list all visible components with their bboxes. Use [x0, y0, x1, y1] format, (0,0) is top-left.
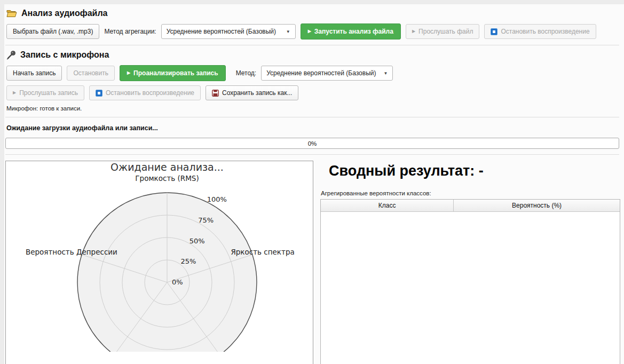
mic-method-value: Усреднение вероятностей (Базовый): [266, 69, 376, 77]
stop-recording-playback-button[interactable]: Остановить воспроизведение: [89, 85, 201, 100]
svg-text:25%: 25%: [180, 257, 196, 265]
table-header: Класс Вероятность (%): [321, 200, 620, 212]
result-panel: Сводный результат: - Агрегированные веро…: [320, 161, 620, 364]
chevron-down-icon: ▼: [286, 29, 290, 34]
play-file-label: Прослушать файл: [418, 28, 473, 35]
start-recording-label: Начать запись: [13, 69, 56, 77]
svg-text:Яркость спектра: Яркость спектра: [231, 248, 294, 256]
start-recording-button[interactable]: Начать запись: [6, 66, 62, 81]
section-title-file-analysis: Анализ аудиофайла: [21, 9, 107, 18]
progress-bar: 0%: [5, 138, 619, 149]
choose-file-button[interactable]: Выбрать файл (.wav, .mp3): [6, 24, 99, 39]
play-recording-button[interactable]: ▶ Прослушать запись: [6, 85, 84, 100]
section-title-mic-recording: Запись с микрофона: [20, 50, 109, 60]
run-file-analysis-button[interactable]: ▶ Запустить анализ файла: [301, 23, 401, 39]
svg-text:50%: 50%: [189, 237, 205, 245]
table-header-probability[interactable]: Вероятность (%): [454, 200, 620, 211]
stop-recording-label: Остановить: [73, 69, 108, 77]
progress-value: 0%: [308, 140, 317, 147]
microphone-icon: [6, 50, 16, 60]
svg-text:0%: 0%: [172, 278, 183, 286]
play-icon: ▶: [127, 71, 130, 75]
svg-text:100%: 100%: [207, 195, 227, 203]
analyze-recording-label: Проанализировать запись: [133, 69, 218, 77]
radar-chart-panel: Ожидание анализа...0%25%50%75%100%Громко…: [5, 161, 313, 364]
svg-text:Громкость (RMS): Громкость (RMS): [135, 174, 199, 183]
chevron-down-icon: ▼: [383, 71, 388, 76]
save-icon: [212, 90, 219, 97]
play-icon: ▶: [308, 29, 311, 34]
mic-toolbar-1: Начать запись Остановить ▶ Проанализиров…: [6, 65, 624, 81]
svg-text:75%: 75%: [198, 216, 214, 224]
mic-method-label: Метод:: [236, 69, 257, 77]
folder-icon: [6, 9, 17, 18]
result-title: Сводный результат: -: [329, 163, 620, 179]
aggregation-method-select[interactable]: Усреднение вероятностей (Базовый) ▼: [161, 24, 296, 39]
table-header-class[interactable]: Класс: [321, 200, 454, 211]
stop-recording-playback-label: Остановить воспроизведение: [106, 89, 194, 97]
stop-icon: [96, 90, 102, 97]
section-divider: [5, 45, 619, 45]
run-file-analysis-label: Запустить анализ файла: [314, 28, 393, 35]
svg-text:Ожидание анализа...: Ожидание анализа...: [110, 161, 224, 173]
choose-file-label: Выбрать файл (.wav, .mp3): [13, 28, 93, 35]
section-divider: [5, 117, 619, 117]
stop-file-playback-button[interactable]: Остановить воспроизведение: [484, 24, 596, 39]
play-file-button[interactable]: ▶ Прослушать файл: [406, 24, 480, 39]
table-body: [321, 212, 620, 364]
save-recording-label: Сохранить запись как...: [222, 89, 292, 97]
file-toolbar: Выбрать файл (.wav, .mp3) Метод агрегаци…: [6, 23, 624, 39]
stop-icon: [491, 28, 497, 35]
app-window: Анализ аудиофайла Выбрать файл (.wav, .m…: [4, 4, 624, 364]
play-icon: ▶: [13, 91, 16, 95]
play-recording-label: Прослушать запись: [19, 89, 78, 97]
save-recording-button[interactable]: Сохранить запись как...: [206, 85, 298, 100]
mic-status-text: Микрофон: готов к записи.: [6, 105, 624, 112]
section-divider: [5, 154, 619, 155]
play-icon: ▶: [412, 29, 415, 34]
radar-chart: Ожидание анализа...0%25%50%75%100%Громко…: [6, 161, 313, 352]
stop-recording-button[interactable]: Остановить: [67, 66, 115, 81]
mic-method-select[interactable]: Усреднение вероятностей (Базовый) ▼: [261, 66, 393, 81]
progress-status-text: Ожидание загрузки аудиофайла или записи.…: [6, 124, 624, 132]
aggregation-method-value: Усреднение вероятностей (Базовый): [167, 28, 276, 35]
aggregation-method-label: Метод агрегации:: [104, 28, 156, 35]
probabilities-table: Класс Вероятность (%): [320, 199, 620, 364]
stop-file-playback-label: Остановить воспроизведение: [501, 28, 589, 35]
mic-toolbar-2: ▶ Прослушать запись Остановить воспроизв…: [6, 85, 624, 100]
svg-text:Вероятность Депрессии: Вероятность Депрессии: [26, 248, 117, 256]
result-subtitle: Агрегированные вероятности классов:: [321, 190, 620, 196]
analyze-recording-button[interactable]: ▶ Проанализировать запись: [120, 65, 226, 81]
